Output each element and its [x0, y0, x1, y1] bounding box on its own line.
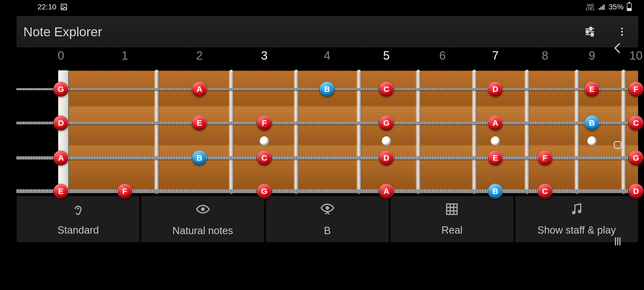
svg-point-24 — [578, 210, 581, 213]
fret-number: 7 — [492, 49, 499, 62]
note-label: C — [383, 85, 389, 94]
note-label: B — [324, 85, 330, 94]
note-label: F — [634, 85, 638, 94]
svg-rect-4 — [602, 6, 603, 10]
note-marker[interactable]: G — [628, 150, 643, 165]
volte-indicator: Vo))LTE1 — [586, 3, 595, 11]
note-marker[interactable]: G — [53, 82, 68, 97]
tune-icon — [584, 26, 596, 38]
recents-button[interactable] — [612, 235, 623, 248]
svg-rect-3 — [600, 7, 601, 10]
note-marker[interactable]: E — [192, 115, 207, 130]
fret-number-row: 012345678910 — [17, 49, 638, 70]
option-real[interactable]: Real — [390, 196, 513, 242]
note-marker[interactable]: B — [488, 184, 503, 199]
fret-number: 10 — [630, 49, 643, 62]
svg-rect-11 — [591, 33, 593, 36]
note-label: E — [197, 118, 202, 128]
device-nav — [610, 0, 626, 290]
grid-icon — [445, 202, 459, 219]
fret-number: 4 — [324, 49, 330, 62]
inlay-dot — [587, 136, 597, 146]
note-marker[interactable]: F — [257, 115, 272, 130]
note-label: D — [492, 85, 498, 94]
options-bar: StandardNatural notesBRealShow staff & p… — [17, 196, 638, 242]
note-label: A — [492, 118, 498, 128]
note-marker[interactable]: A — [192, 82, 207, 97]
svg-rect-5 — [603, 5, 605, 10]
note-label: B — [492, 187, 498, 196]
note-marker[interactable]: G — [379, 115, 394, 130]
note-label: A — [383, 187, 389, 196]
note-marker[interactable]: A — [488, 115, 503, 130]
option-standard[interactable]: Standard — [17, 196, 140, 242]
note-label: G — [58, 85, 64, 94]
note-marker[interactable]: E — [488, 150, 503, 165]
inlay-dot — [382, 136, 391, 146]
svg-point-23 — [572, 211, 575, 215]
svg-rect-9 — [586, 30, 588, 33]
svg-point-17 — [325, 206, 329, 210]
fret-number: 3 — [261, 49, 268, 62]
option-label: Standard — [57, 224, 99, 236]
note-label: F — [543, 153, 547, 162]
note-label: D — [633, 187, 639, 196]
note-marker[interactable]: D — [379, 150, 394, 165]
note-label: B — [196, 153, 202, 162]
photo-icon — [60, 3, 68, 11]
note-marker[interactable]: C — [257, 150, 272, 165]
note-marker[interactable]: E — [53, 184, 68, 199]
note-label: D — [383, 153, 389, 162]
fret-number: 0 — [58, 49, 64, 62]
svg-point-16 — [201, 207, 205, 211]
tune-button[interactable] — [573, 16, 606, 47]
ear-icon — [71, 202, 85, 219]
note-label: E — [58, 187, 64, 196]
note-label: G — [383, 118, 389, 128]
fretboard[interactable]: GDAEABCDEFEFGABCBCDEFGFGABCD — [17, 70, 638, 193]
note-marker[interactable]: E — [584, 82, 599, 97]
svg-rect-0 — [61, 4, 67, 10]
note-label: F — [122, 187, 127, 196]
note-marker[interactable]: F — [117, 184, 132, 199]
note-marker[interactable]: B — [192, 150, 207, 165]
note-marker[interactable]: D — [488, 82, 503, 97]
svg-point-15 — [77, 208, 79, 209]
home-button[interactable] — [612, 139, 624, 152]
note-marker[interactable]: B — [320, 82, 335, 97]
svg-rect-25 — [614, 142, 621, 148]
option-label: B — [324, 225, 331, 237]
note-label: D — [58, 118, 64, 128]
note-marker[interactable]: G — [257, 184, 272, 199]
note-marker[interactable]: C — [379, 82, 394, 97]
option-label: Natural notes — [173, 225, 233, 237]
note-label: B — [589, 118, 595, 128]
music-icon — [570, 202, 584, 219]
note-marker[interactable]: A — [379, 184, 394, 199]
note-marker[interactable]: F — [628, 82, 643, 97]
note-marker[interactable]: A — [53, 150, 68, 165]
fret-number: 9 — [589, 49, 595, 62]
back-button[interactable] — [611, 42, 624, 56]
option-b[interactable]: B — [266, 196, 389, 242]
note-marker[interactable]: C — [628, 115, 643, 130]
inlay-dot — [260, 136, 269, 146]
fret-number: 8 — [542, 49, 548, 62]
note-marker[interactable]: D — [628, 184, 643, 199]
svg-rect-7 — [590, 27, 592, 30]
note-label: E — [589, 85, 595, 94]
option-label: Real — [441, 224, 462, 236]
option-natural-notes[interactable]: Natural notes — [141, 196, 264, 242]
note-label: C — [261, 153, 267, 162]
inlay-dot — [491, 136, 500, 146]
note-label: F — [262, 118, 267, 128]
note-marker[interactable]: B — [584, 115, 599, 130]
eye-icon — [195, 202, 210, 219]
string[interactable] — [17, 122, 638, 124]
svg-point-1 — [62, 5, 64, 7]
option-label: Show staff & play — [537, 224, 616, 236]
note-marker[interactable]: F — [537, 150, 552, 165]
note-marker[interactable]: C — [537, 184, 552, 199]
note-marker[interactable]: D — [53, 115, 68, 130]
signal-icon — [598, 3, 605, 11]
